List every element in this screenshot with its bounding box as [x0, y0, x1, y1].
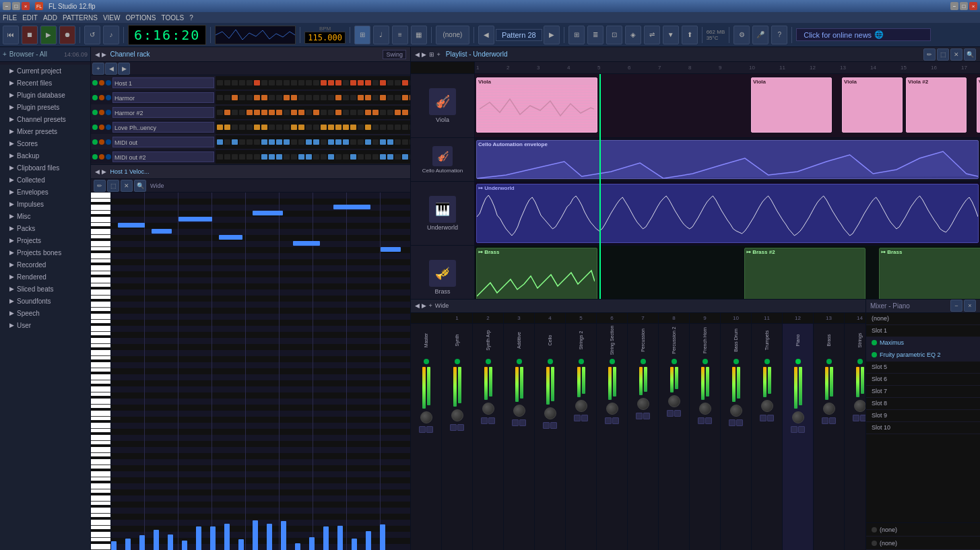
pattern-btn-0-16[interactable]: [335, 80, 341, 85]
pattern-btn-4-8[interactable]: [276, 139, 282, 145]
ch-knob-12[interactable]: [792, 411, 804, 423]
ch-btn-a-7[interactable]: [636, 413, 643, 419]
pattern-btn-3-15[interactable]: [328, 125, 334, 130]
pattern-btn-2-20[interactable]: [365, 110, 371, 115]
ch-btn-b-14[interactable]: [860, 415, 865, 421]
pattern-btn-2-18[interactable]: [350, 110, 356, 115]
mixer-ch-strip-11[interactable]: Trumpets: [752, 324, 783, 551]
pattern-btn-3-7[interactable]: [269, 125, 275, 130]
pattern-btn-2-16[interactable]: [335, 110, 341, 115]
sidebar-item-rendered[interactable]: ▶Rendered: [0, 271, 90, 283]
ch-knob-0[interactable]: [420, 411, 432, 423]
mixer-ch-strip-1[interactable]: Synth: [442, 324, 473, 551]
ch-name-1[interactable]: Harmor: [112, 92, 214, 103]
bpm-display[interactable]: 115.000: [304, 32, 346, 44]
viola-clip-5[interactable]: Viola #3: [977, 77, 980, 133]
sidebar-item-channel-presets[interactable]: ▶Channel presets: [0, 113, 90, 125]
pattern-btn-3-3[interactable]: [239, 125, 245, 130]
brass-clip-3[interactable]: ↦ Brass: [879, 248, 980, 299]
pattern-btn-3-22[interactable]: [380, 125, 386, 130]
mixer-ch-strip-10[interactable]: Bass Drum: [721, 324, 752, 551]
pattern-btn-1-23[interactable]: [387, 95, 393, 100]
mr-bottom-slot-1[interactable]: (none): [866, 537, 980, 550]
pattern-btn-4-7[interactable]: [269, 139, 275, 145]
pattern-display[interactable]: Pattern 28: [496, 29, 542, 41]
sidebar-item-scores[interactable]: ▶Scores: [0, 137, 90, 149]
ch-pattern-strip-0[interactable]: [216, 76, 410, 90]
record-button[interactable]: ⏺: [59, 26, 75, 44]
pattern-btn-3-13[interactable]: [313, 125, 319, 130]
mic-button[interactable]: 🎤: [752, 26, 769, 44]
pattern-btn-1-17[interactable]: [343, 95, 349, 100]
ch-btn-a-5[interactable]: [574, 415, 581, 421]
pattern-btn-1-4[interactable]: [247, 95, 253, 100]
ch-name-0[interactable]: Host 1: [112, 77, 214, 88]
pattern-btn-0-17[interactable]: [343, 80, 349, 85]
ch-btn-b-5[interactable]: [581, 415, 588, 421]
pattern-btn-1-9[interactable]: [284, 95, 290, 100]
mr-slot-7[interactable]: Slot 8: [866, 398, 980, 410]
menu-edit[interactable]: EDIT: [22, 14, 38, 22]
mixer-ch-strip-14[interactable]: Strings: [845, 324, 865, 551]
pattern-btn-3-19[interactable]: [358, 125, 364, 130]
pattern-btn-1-12[interactable]: [306, 95, 312, 100]
pattern-btn-0-14[interactable]: [321, 80, 327, 85]
pattern-btn-2-13[interactable]: [313, 110, 319, 115]
pattern-btn-2-3[interactable]: [239, 110, 245, 115]
pattern-btn-4-3[interactable]: [239, 139, 245, 145]
pattern-btn-5-13[interactable]: [313, 154, 319, 160]
pattern-btn-3-0[interactable]: [217, 125, 223, 130]
pattern-btn-5-19[interactable]: [358, 154, 364, 160]
ch-btn-b-2[interactable]: [488, 417, 495, 424]
pattern-btn-0-19[interactable]: [358, 80, 364, 85]
rewind-button[interactable]: ⏮: [3, 26, 19, 44]
cr-tool-3[interactable]: ▶: [118, 63, 130, 75]
ch-knob-1[interactable]: [451, 409, 463, 421]
ch-btn-b-6[interactable]: [612, 417, 619, 424]
pattern-btn-1-3[interactable]: [239, 95, 245, 100]
pattern-btn-2-26[interactable]: [410, 110, 410, 115]
ch-knob-3[interactable]: [513, 405, 525, 417]
pattern-btn-0-0[interactable]: [217, 80, 223, 85]
pattern-btn-0-8[interactable]: [276, 80, 282, 85]
sidebar-add-icon[interactable]: +: [3, 50, 7, 58]
tool-btn-1[interactable]: ⊞: [568, 26, 585, 44]
pattern-btn-5-24[interactable]: [395, 154, 401, 160]
tool-btn-6[interactable]: ▼: [663, 26, 679, 44]
title-max-icon[interactable]: □: [960, 2, 968, 10]
loop-button[interactable]: ↺: [84, 26, 100, 44]
pattern-btn-5-25[interactable]: [402, 154, 408, 160]
pl-tool-3[interactable]: ✕: [950, 48, 962, 61]
ch-btn-b-10[interactable]: [736, 419, 743, 426]
pattern-btn-4-4[interactable]: [247, 139, 253, 145]
pattern-btn-1-19[interactable]: [358, 95, 364, 100]
pattern-btn-0-1[interactable]: [224, 80, 230, 85]
pattern-btn-5-16[interactable]: [335, 154, 341, 160]
step-seq-button[interactable]: ⊞: [354, 26, 370, 44]
ch-name-3[interactable]: Love Ph..uency: [112, 122, 214, 133]
mixer-ch-strip-3[interactable]: Additive: [504, 324, 535, 551]
ch-knob-13[interactable]: [823, 403, 835, 415]
sidebar-item-plugin-database[interactable]: ▶Plugin database: [0, 89, 90, 101]
pattern-btn-5-8[interactable]: [276, 154, 282, 160]
ch-knob-5[interactable]: [575, 400, 587, 412]
pattern-btn-3-10[interactable]: [291, 125, 297, 130]
play-button[interactable]: ▶: [40, 26, 57, 44]
ch-btn-a-1[interactable]: [450, 424, 457, 431]
ch-btn-b-13[interactable]: [829, 417, 836, 424]
pattern-btn-2-10[interactable]: [291, 110, 297, 115]
viola-track[interactable]: Viola Viola Viola Viola #2: [475, 74, 980, 138]
pattern-btn-4-16[interactable]: [335, 139, 341, 145]
pattern-btn-0-11[interactable]: [298, 80, 304, 85]
pattern-btn-5-3[interactable]: [239, 154, 245, 160]
underworld-track[interactable]: ↦ Underworld: [475, 182, 980, 246]
pattern-btn-2-0[interactable]: [217, 110, 223, 115]
pattern-btn-1-26[interactable]: [410, 95, 410, 100]
pattern-btn-0-2[interactable]: [232, 80, 238, 85]
menu-file[interactable]: FILE: [3, 14, 17, 22]
pattern-btn-2-5[interactable]: [254, 110, 260, 115]
maximize-button[interactable]: □: [12, 2, 20, 10]
mr-min[interactable]: −: [950, 300, 962, 312]
pr-select[interactable]: ⬚: [107, 180, 119, 192]
pattern-btn-4-17[interactable]: [343, 139, 349, 145]
